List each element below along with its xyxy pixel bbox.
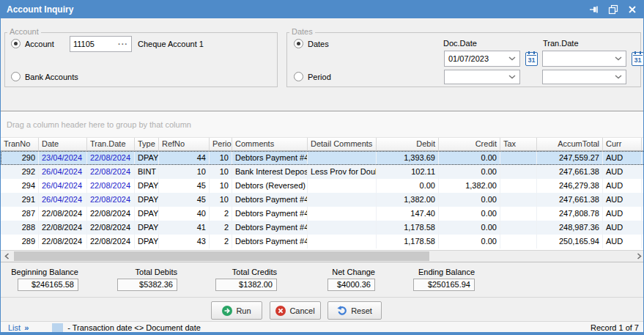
dates-radio-label: Dates [308, 40, 329, 48]
cell: 250,165.94 [537, 235, 603, 249]
cell [500, 235, 537, 249]
tran-date-combo[interactable] [542, 51, 626, 67]
cell [500, 207, 537, 221]
cell: 247,808.78 [537, 207, 603, 221]
titlebar[interactable]: Account Inquiry [1, 1, 643, 18]
close-icon[interactable] [627, 4, 637, 15]
column-header-debit[interactable]: Debit [377, 138, 439, 151]
column-header-detail-comments[interactable]: Detail Comments [308, 138, 377, 151]
cell: 147.40 [377, 207, 439, 221]
calendar-icon[interactable]: 31 [632, 52, 644, 66]
table-row[interactable]: 29023/04/202422/08/2024DPAY4410Debtors P… [1, 151, 644, 165]
cell: 43 [159, 235, 210, 249]
cell: 294 [1, 179, 39, 193]
cell: 291 [1, 193, 39, 207]
cell: 40 [159, 207, 210, 221]
period-radio-label: Period [308, 73, 331, 81]
account-radio-label: Account [25, 40, 54, 48]
legend-text: - Transaction date <> Document date [67, 323, 201, 332]
column-header-type[interactable]: Type [135, 138, 159, 151]
column-header-curr[interactable]: Curr [603, 138, 642, 151]
tran-date-label: Tran.Date [543, 39, 579, 48]
grid-header: TranNoDateTran.DateTypeRefNoPeriodCommen… [1, 138, 644, 151]
chevron-double-right-icon[interactable]: » [24, 323, 29, 332]
period-to-combo[interactable] [542, 70, 626, 84]
cell: DPAY [135, 151, 159, 165]
cell: 22/08/2024 [39, 221, 87, 235]
cell: 26/04/2024 [39, 179, 87, 193]
cell: 0.00 [439, 221, 500, 235]
bank-accounts-radio[interactable] [11, 72, 21, 81]
cell: DPAY [135, 235, 159, 249]
reset-button[interactable]: Reset [327, 301, 382, 320]
table-row[interactable]: 28922/08/202422/08/2024DPAY432Debtors Pa… [1, 235, 644, 249]
column-header-comments[interactable]: Comments [232, 138, 308, 151]
table-row[interactable]: 29126/04/202422/08/2024DPAY4510Debtors P… [1, 193, 644, 207]
cell: 22/08/2024 [87, 179, 135, 193]
group-by-box[interactable]: Drag a column header here to group by th… [1, 111, 644, 138]
summary-total-debits: Total Debits $5382.36 [117, 268, 177, 291]
cell: 41 [159, 221, 210, 235]
summary-label: Total Debits [136, 268, 177, 276]
table-row[interactable]: 28722/08/202422/08/2024DPAY402Debtors Pa… [1, 207, 644, 221]
cancel-button[interactable]: Cancel [270, 301, 321, 320]
account-number-value: 11105 [73, 40, 116, 48]
cell: 247,661.38 [537, 165, 603, 179]
list-tab[interactable]: List [8, 323, 21, 332]
cell: AUD [603, 179, 642, 193]
calendar-icon[interactable]: 31 [525, 52, 538, 66]
run-arrow-icon [222, 306, 232, 316]
ellipsis-icon[interactable]: ··· [116, 40, 128, 48]
column-header-period[interactable]: Period [210, 138, 232, 151]
bank-accounts-radio-label: Bank Accounts [25, 73, 78, 81]
scroll-left-icon[interactable] [1, 251, 12, 262]
account-number-input[interactable]: 11105 ··· [70, 36, 132, 52]
account-inquiry-window: Account Inquiry Account Account 11105 ··… [0, 0, 644, 335]
cell: 10 [159, 165, 210, 179]
dropdown-chevron-icon[interactable] [508, 56, 516, 61]
restore-icon[interactable] [608, 4, 618, 15]
cell [308, 193, 377, 207]
dates-group-caption: Dates [289, 27, 315, 37]
cell: 290 [1, 151, 39, 165]
period-radio[interactable] [294, 72, 303, 81]
table-row[interactable]: 29426/04/202422/08/2024DPAY4510Debtors (… [1, 179, 644, 193]
horizontal-scrollbar[interactable] [1, 250, 644, 262]
column-header-date[interactable]: Date [39, 138, 87, 151]
table-row[interactable]: 29226/04/202422/08/2024BINT1010Bank Inte… [1, 165, 644, 179]
doc-date-value: 01/07/2023 [448, 54, 508, 63]
summary-net-change: Net Change $4000.36 [327, 268, 375, 291]
column-header-tax[interactable]: Tax [500, 138, 537, 151]
scrollbar-thumb[interactable] [14, 251, 429, 261]
cell: 2 [210, 221, 232, 235]
cell [308, 235, 377, 249]
dropdown-chevron-icon[interactable] [615, 56, 622, 61]
summary-ending-balance: Ending Balance $250165.94 [413, 268, 475, 291]
cell: 0.00 [439, 193, 500, 207]
cell: 247,661.38 [537, 193, 603, 207]
doc-date-combo[interactable]: 01/07/2023 [444, 51, 520, 67]
account-radio[interactable] [11, 39, 21, 48]
cell: Debtors Payment #4 [232, 235, 308, 249]
dropdown-chevron-icon[interactable] [508, 75, 516, 79]
cell: 0.00 [377, 179, 439, 193]
column-header-credit[interactable]: Credit [439, 138, 500, 151]
run-button[interactable]: Run [211, 301, 262, 320]
pin-icon[interactable] [589, 4, 599, 15]
dates-radio[interactable] [294, 39, 303, 48]
period-from-combo[interactable] [444, 70, 520, 84]
cell: 10 [210, 165, 232, 179]
column-header-accumtotal[interactable]: AccumTotal [537, 138, 603, 151]
column-header-tran-date[interactable]: Tran.Date [87, 138, 135, 151]
column-header-tranno[interactable]: TranNo [1, 138, 39, 151]
dropdown-chevron-icon[interactable] [615, 75, 622, 79]
scroll-right-icon[interactable] [633, 251, 644, 262]
cell: Less Prov for Doub [308, 165, 377, 179]
cell: DPAY [135, 193, 159, 207]
table-row[interactable]: 28822/08/202422/08/2024DPAY412Debtors Pa… [1, 221, 644, 235]
column-header-refno[interactable]: RefNo [159, 138, 210, 151]
summary-label: Ending Balance [418, 268, 475, 276]
cell: 22/08/2024 [87, 207, 135, 221]
cell: 10 [210, 151, 232, 165]
cell: AUD [603, 193, 642, 207]
